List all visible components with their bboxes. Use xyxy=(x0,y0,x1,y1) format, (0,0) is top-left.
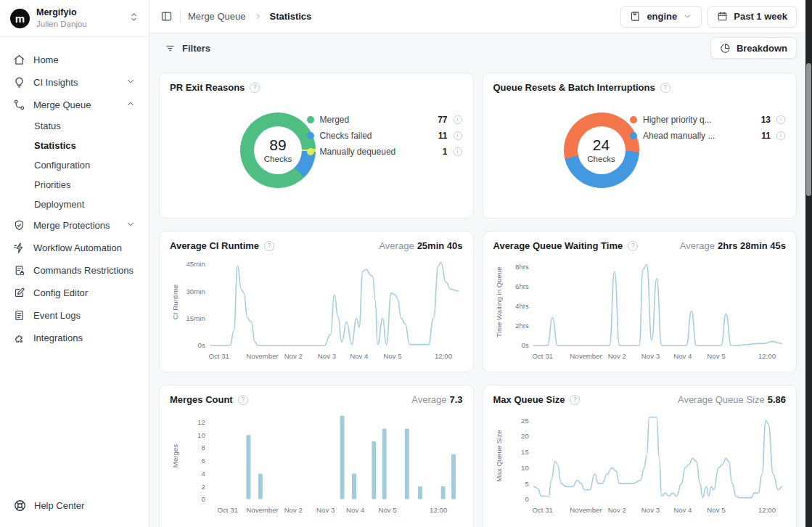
legend-value: 77 xyxy=(435,115,448,125)
legend-row[interactable]: Manually dequeued1i xyxy=(307,147,462,157)
svg-text:Nov 2: Nov 2 xyxy=(607,352,626,360)
legend-label: Ahead manually ... xyxy=(643,131,752,141)
sidebar-item-event-logs[interactable]: Event Logs xyxy=(7,304,142,327)
info-icon[interactable]: i xyxy=(776,131,785,140)
svg-text:0s: 0s xyxy=(198,341,205,349)
document-lines-icon xyxy=(13,309,25,322)
chevron-down-icon xyxy=(126,76,136,89)
svg-text:0: 0 xyxy=(201,495,205,503)
breakdown-button[interactable]: Breakdown xyxy=(710,37,797,59)
svg-text:Nov 2: Nov 2 xyxy=(284,352,303,360)
breadcrumb-parent[interactable]: Merge Queue xyxy=(188,11,246,22)
svg-text:0s: 0s xyxy=(521,341,528,349)
sidebar-subitem-status[interactable]: Status xyxy=(7,116,142,136)
bar-chart: 121086420Oct 31NovemberNov 2Nov 3Nov 4No… xyxy=(170,405,463,526)
help-icon[interactable]: ? xyxy=(660,83,670,93)
card-stat: Average2hrs 28min 45s xyxy=(680,240,786,251)
sidebar-subitem-statistics[interactable]: Statistics xyxy=(7,136,142,155)
help-icon[interactable]: ? xyxy=(628,241,638,251)
legend-dot xyxy=(630,132,637,139)
sidebar-subitem-configuration[interactable]: Configuration xyxy=(7,155,142,175)
document-lock-icon xyxy=(13,264,25,277)
sidebar-item-merge-protections[interactable]: Merge Protections xyxy=(7,214,142,237)
svg-text:Nov 3: Nov 3 xyxy=(641,506,659,514)
line-chart: 8hrs6hrs4hrs2hrs0sOct 31NovemberNov 2Nov… xyxy=(493,251,787,361)
svg-text:12:00: 12:00 xyxy=(758,352,775,360)
svg-text:4: 4 xyxy=(201,470,205,478)
chart-legend: Merged77iChecks failed11iManually dequeu… xyxy=(307,115,462,157)
svg-text:Nov 4: Nov 4 xyxy=(346,506,365,514)
svg-text:6: 6 xyxy=(201,457,205,465)
info-icon[interactable]: i xyxy=(454,115,462,124)
legend-value: 11 xyxy=(435,131,448,141)
sidebar-item-integrations[interactable]: Integrations xyxy=(7,327,142,349)
sidebar-item-home[interactable]: Home xyxy=(7,49,142,71)
dashboard-grid: PR Exit Reasons ? 89 Checks Merged77iChe… xyxy=(149,62,805,527)
card-title: Average CI Runtime xyxy=(170,240,259,251)
donut-total: 89 xyxy=(269,136,286,154)
svg-text:Nov 3: Nov 3 xyxy=(316,506,335,514)
svg-text:Nov 5: Nov 5 xyxy=(379,506,397,514)
legend-label: Higher priority q... xyxy=(643,115,752,125)
line-chart: 2520151050Oct 31NovemberNov 2Nov 3Nov 4N… xyxy=(493,405,787,526)
info-icon[interactable]: i xyxy=(454,131,462,140)
shield-check-icon xyxy=(13,219,25,232)
legend-row[interactable]: Ahead manually ...11i xyxy=(630,131,785,141)
sidebar-item-commands-restrictions[interactable]: Commands Restrictions xyxy=(7,259,142,282)
repo-selector-button[interactable]: engine xyxy=(620,6,702,28)
svg-text:25: 25 xyxy=(521,417,529,425)
card-title: Merges Count xyxy=(170,394,233,405)
svg-text:November: November xyxy=(570,352,602,360)
card-average-ci-runtime: Average CI Runtime ? Average25min 40s 45… xyxy=(159,231,474,372)
svg-text:Nov 2: Nov 2 xyxy=(607,506,626,514)
svg-text:8: 8 xyxy=(201,444,205,452)
filters-button[interactable]: Filters xyxy=(160,40,215,57)
page-scrollbar[interactable] xyxy=(805,0,812,527)
sidebar-item-ci-insights[interactable]: CI Insights xyxy=(7,71,142,94)
help-icon[interactable]: ? xyxy=(250,83,260,93)
card-average-queue-waiting-time: Average Queue Waiting Time ? Average2hrs… xyxy=(483,231,797,372)
sidebar-item-config-editor[interactable]: Config Editor xyxy=(7,282,142,304)
filter-lines-icon xyxy=(165,43,176,54)
sidebar-subitem-priorities[interactable]: Priorities xyxy=(7,175,142,195)
legend-dot xyxy=(307,116,314,123)
sidebar-item-workflow-automation[interactable]: Workflow Automation xyxy=(7,237,142,259)
card-title: PR Exit Reasons xyxy=(170,82,245,93)
chevron-down-icon xyxy=(126,219,136,232)
legend-row[interactable]: Higher priority q...13i xyxy=(630,115,785,125)
help-center[interactable]: Help Center xyxy=(0,488,149,527)
card-merges-count: Merges Count ? Average7.3 121086420Oct 3… xyxy=(159,385,474,527)
svg-text:Nov 5: Nov 5 xyxy=(707,506,725,514)
help-icon[interactable]: ? xyxy=(238,395,248,405)
help-icon[interactable]: ? xyxy=(264,241,274,251)
sidebar-subitem-deployment[interactable]: Deployment xyxy=(7,195,142,214)
svg-text:0: 0 xyxy=(525,495,528,503)
svg-text:6hrs: 6hrs xyxy=(515,282,529,290)
up-down-chevrons-icon xyxy=(128,11,140,25)
svg-text:15min: 15min xyxy=(186,314,205,322)
legend-row[interactable]: Checks failed11i xyxy=(307,131,462,141)
svg-text:12:00: 12:00 xyxy=(430,506,447,514)
svg-text:November: November xyxy=(246,506,279,514)
help-icon[interactable]: ? xyxy=(570,395,580,405)
card-title: Queue Resets & Batch Interruptions xyxy=(493,82,655,93)
info-icon[interactable]: i xyxy=(776,115,785,124)
top-header: Merge Queue Statistics engine Past 1 wee… xyxy=(149,0,805,33)
svg-text:12:00: 12:00 xyxy=(435,352,452,360)
legend-dot xyxy=(630,116,637,123)
repo-book-icon xyxy=(630,11,641,22)
time-range-button[interactable]: Past 1 week xyxy=(708,6,797,28)
svg-text:Nov 4: Nov 4 xyxy=(673,506,692,514)
svg-text:Oct 31: Oct 31 xyxy=(532,506,552,514)
sidebar-toggle-button[interactable] xyxy=(160,10,173,23)
svg-text:Nov 3: Nov 3 xyxy=(641,352,659,360)
lifebuoy-icon xyxy=(13,499,27,512)
sidebar-item-merge-queue[interactable]: Merge Queue xyxy=(7,94,142,116)
info-icon[interactable]: i xyxy=(454,147,462,156)
svg-text:Oct 31: Oct 31 xyxy=(209,352,229,360)
svg-text:20: 20 xyxy=(521,432,529,440)
scrollbar-thumb[interactable] xyxy=(806,63,811,196)
legend-row[interactable]: Merged77i xyxy=(307,115,462,125)
org-user: Julien Danjou xyxy=(36,19,87,29)
org-switcher[interactable]: m Mergifyio Julien Danjou xyxy=(0,0,149,37)
